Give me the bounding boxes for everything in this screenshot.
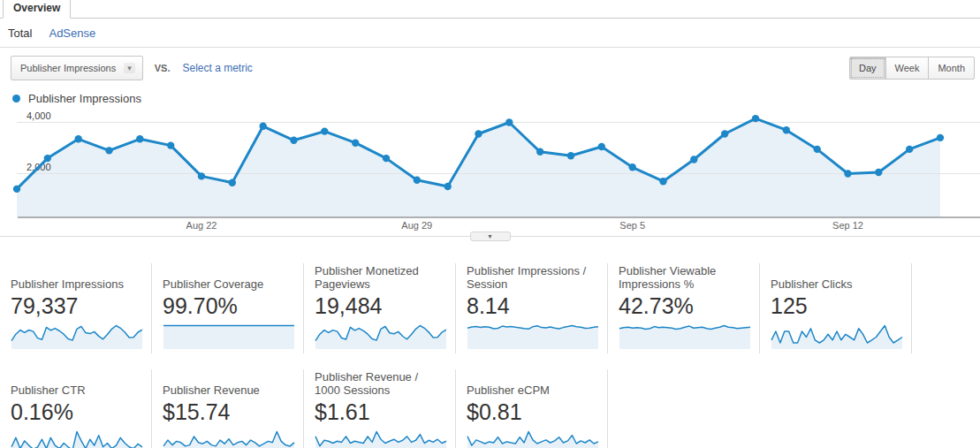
scorecard-value: 0.16% (11, 399, 142, 425)
scorecard-label: Publisher Clicks (771, 263, 902, 291)
granularity-month[interactable]: Month (928, 57, 975, 80)
scorecard-sparkline (11, 429, 143, 448)
scorecard-publisher-clicks: Publisher Clicks125 (760, 263, 912, 353)
scorecard-sparkline (771, 323, 903, 350)
scorecard-publisher-impressions-session: Publisher Impressions / Session8.14 (456, 263, 608, 353)
scorecard-label: Publisher CTR (11, 369, 142, 397)
scorecard-value: $0.81 (467, 399, 598, 425)
svg-text:Sep 5: Sep 5 (619, 220, 645, 231)
scorecard-label: Publisher Monetized Pageviews (315, 263, 446, 291)
scorecard-label: Publisher Coverage (163, 263, 294, 291)
tab-bar: Overview (0, 0, 980, 19)
subnav: TotalAdSense (0, 19, 980, 48)
scorecard-label: Publisher Impressions (11, 263, 142, 291)
scorecard-publisher-monetized-pageviews: Publisher Monetized Pageviews19,484 (304, 263, 456, 353)
scorecard-publisher-revenue-1000-sessions: Publisher Revenue / 1000 Sessions$1.61 (304, 369, 456, 448)
scorecard-sparkline (619, 323, 751, 350)
svg-text:4,000: 4,000 (27, 110, 51, 121)
scorecard-value: 42.73% (619, 293, 750, 319)
scorecards-row-1: Publisher Impressions79,337Publisher Cov… (0, 263, 980, 353)
chart-legend: Publisher Impressions (0, 87, 980, 108)
scorecard-value: $15.74 (163, 399, 294, 425)
toolbar: Publisher Impressions ▾ VS. Select a met… (0, 48, 980, 87)
select-metric-link[interactable]: Select a metric (182, 62, 252, 74)
scorecard-label: Publisher Impressions / Session (467, 263, 598, 291)
svg-text:Aug 22: Aug 22 (186, 220, 217, 231)
scorecard-label: Publisher Revenue (163, 369, 294, 397)
legend-dot-icon (12, 95, 20, 103)
adsense-overview-page: Overview TotalAdSense Publisher Impressi… (0, 0, 980, 448)
granularity-day[interactable]: Day (849, 57, 886, 80)
svg-text:Aug 29: Aug 29 (401, 220, 432, 231)
scorecard-sparkline (315, 429, 447, 448)
metric-selector-group: Publisher Impressions ▾ VS. Select a met… (11, 56, 253, 80)
scorecard-sparkline (467, 429, 599, 448)
granularity-week[interactable]: Week (885, 57, 930, 80)
scorecard-sparkline (315, 323, 447, 350)
vs-label: VS. (155, 63, 171, 73)
scorecard-sparkline (11, 323, 143, 350)
scorecard-publisher-impressions: Publisher Impressions79,337 (0, 263, 152, 353)
scorecard-value: $1.61 (315, 399, 446, 425)
main-chart[interactable]: 2,0004,000Aug 22Aug 29Sep 5Sep 12 (0, 108, 980, 233)
scorecard-label: Publisher Viewable Impressions % (619, 263, 750, 291)
chevron-down-icon: ▾ (124, 63, 135, 73)
scorecard-publisher-viewable-impressions: Publisher Viewable Impressions %42.73% (608, 263, 760, 353)
scorecard-sparkline (467, 323, 599, 350)
chart-footer-divider: ▼ (0, 236, 980, 237)
scorecard-publisher-ecpm: Publisher eCPM$0.81 (456, 369, 608, 448)
legend-label: Publisher Impressions (28, 92, 141, 105)
svg-text:Sep 12: Sep 12 (832, 220, 863, 231)
scorecard-publisher-coverage: Publisher Coverage99.70% (152, 263, 304, 353)
scorecard-value: 19,484 (315, 293, 446, 319)
scorecard-value: 125 (771, 293, 902, 319)
tab-overview[interactable]: Overview (3, 0, 71, 19)
scorecard-sparkline (163, 429, 295, 448)
scorecard-value: 79,337 (11, 293, 142, 319)
scorecard-publisher-revenue: Publisher Revenue$15.74 (152, 369, 304, 448)
scorecard-value: 99.70% (163, 293, 294, 319)
scorecards-row-2: Publisher CTR0.16%Publisher Revenue$15.7… (0, 369, 980, 448)
scorecard-label: Publisher Revenue / 1000 Sessions (315, 369, 446, 397)
scorecard-value: 8.14 (467, 293, 598, 319)
metric-dropdown[interactable]: Publisher Impressions ▾ (11, 56, 143, 80)
collapse-arrow-icon: ▼ (487, 233, 493, 239)
chart-collapse-handle[interactable]: ▼ (470, 232, 511, 241)
scorecard-publisher-ctr: Publisher CTR0.16% (0, 369, 152, 448)
scorecard-label: Publisher eCPM (467, 369, 598, 397)
granularity-buttons: DayWeekMonth (849, 57, 975, 80)
subnav-adsense[interactable]: AdSense (49, 27, 95, 40)
scorecard-sparkline (163, 323, 295, 350)
metric-dropdown-label: Publisher Impressions (20, 63, 116, 73)
main-chart-svg[interactable]: 2,0004,000Aug 22Aug 29Sep 5Sep 12 (0, 108, 980, 233)
subnav-total[interactable]: Total (8, 27, 32, 40)
